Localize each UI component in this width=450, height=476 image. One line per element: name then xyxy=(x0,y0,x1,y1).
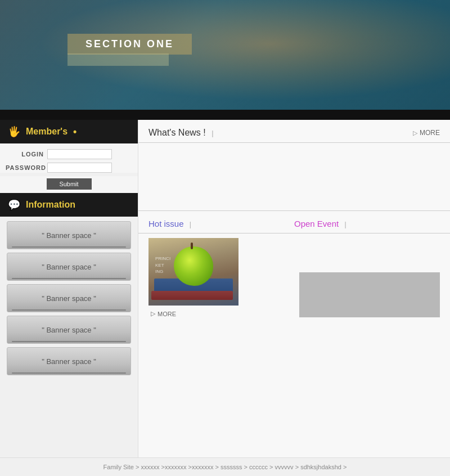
news-title: What's News ! | xyxy=(148,128,214,138)
main-layout: 🖐 Member's • LOGIN PASSWORD Submit 💬 Inf… xyxy=(0,120,450,457)
hero-banner: SECTION ONE xyxy=(0,0,450,110)
news-sep: | xyxy=(212,129,213,137)
members-dot: • xyxy=(73,126,76,138)
login-label: LOGIN xyxy=(6,151,44,158)
hot-issue-image: PRINCIKETING xyxy=(148,238,238,306)
login-input[interactable] xyxy=(47,149,112,159)
hero-highlight xyxy=(68,53,169,66)
section-label: SECTION ONE xyxy=(68,34,192,55)
hot-issue-title: Hot issue | xyxy=(148,219,294,228)
section-headers: Hot issue | Open Event | xyxy=(138,211,450,233)
members-label: Member's xyxy=(26,127,68,137)
news-more-link[interactable]: ▷ MORE xyxy=(413,129,440,137)
hot-sep: | xyxy=(190,221,191,228)
img-apple xyxy=(174,246,213,286)
banner-item-5[interactable]: " Banner space " xyxy=(7,347,131,375)
black-divider xyxy=(0,110,450,120)
img-stem xyxy=(191,243,193,249)
sidebar: 🖐 Member's • LOGIN PASSWORD Submit 💬 Inf… xyxy=(0,120,138,457)
members-header: 🖐 Member's • xyxy=(0,120,138,143)
members-form: LOGIN PASSWORD xyxy=(0,143,138,173)
more-arrow-icon: ▷ xyxy=(413,129,417,137)
info-icon: 💬 xyxy=(8,199,20,211)
banner-text-1: " Banner space " xyxy=(42,231,96,240)
img-book-text: PRINCIKETING xyxy=(155,255,170,275)
event-placeholder xyxy=(299,272,440,317)
banner-item-1[interactable]: " Banner space " xyxy=(7,221,131,249)
login-row: LOGIN xyxy=(6,149,132,159)
hand-icon: 🖐 xyxy=(8,125,20,138)
information-header: 💬 Information xyxy=(0,193,138,217)
open-event-area xyxy=(299,238,440,317)
password-label: PASSWORD xyxy=(6,164,44,171)
news-header: What's News ! | ▷ MORE xyxy=(138,120,450,143)
submit-button[interactable]: Submit xyxy=(47,178,92,190)
hot-more-label: MORE xyxy=(158,311,176,317)
footer-links: Family Site > xxxxxx >xxxxxxx >xxxxxxx >… xyxy=(104,464,347,470)
information-label: Information xyxy=(26,200,75,210)
open-event-title: Open Event | xyxy=(294,219,440,228)
banner-item-2[interactable]: " Banner space " xyxy=(7,253,131,281)
hot-issue-more[interactable]: ▷ MORE xyxy=(148,310,289,317)
img-book-red xyxy=(151,291,233,300)
open-event-label: Open Event xyxy=(294,219,339,228)
open-sep: | xyxy=(344,221,346,228)
banner-item-3[interactable]: " Banner space " xyxy=(7,284,131,312)
hot-issue-area: PRINCIKETING ▷ MORE xyxy=(148,238,289,317)
banner-list: " Banner space " " Banner space " " Bann… xyxy=(0,217,138,380)
banner-text-3: " Banner space " xyxy=(42,294,96,303)
submit-bar: Submit xyxy=(0,176,138,193)
banner-text-2: " Banner space " xyxy=(42,263,96,271)
news-title-text: What's News ! xyxy=(148,128,206,137)
main-content: What's News ! | ▷ MORE Hot issue | Open … xyxy=(138,120,450,457)
hot-more-arrow: ▷ xyxy=(151,310,155,317)
password-input[interactable] xyxy=(47,163,112,173)
banner-item-4[interactable]: " Banner space " xyxy=(7,316,131,344)
footer: Family Site > xxxxxx >xxxxxxx >xxxxxxx >… xyxy=(0,457,450,476)
hot-issue-label: Hot issue xyxy=(148,219,184,228)
banner-text-4: " Banner space " xyxy=(42,326,96,334)
news-body xyxy=(138,143,450,210)
password-row: PASSWORD xyxy=(6,163,132,173)
section-content: PRINCIKETING ▷ MORE xyxy=(138,233,450,326)
banner-text-5: " Banner space " xyxy=(42,357,96,366)
news-more-label: MORE xyxy=(420,129,440,137)
